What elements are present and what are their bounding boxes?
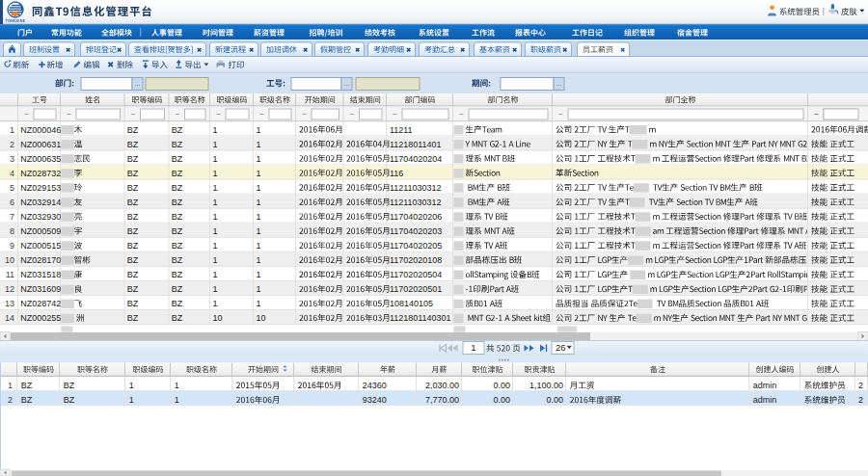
svg-text:1: 1 [175,381,179,390]
svg-text:1: 1 [213,140,218,149]
svg-text:BZ: BZ [127,226,139,236]
svg-text:1: 1 [257,154,261,164]
svg-text:11702020108: 11702020108 [390,255,442,265]
svg-text:NZ032930: NZ032930 [20,212,61,222]
svg-text:BZ: BZ [127,313,139,323]
svg-text:10: 10 [213,313,223,323]
svg-text:BZ: BZ [172,212,183,222]
svg-text:1,100.00: 1,100.00 [529,381,563,390]
svg-text:1: 1 [213,212,218,222]
svg-text:BZ: BZ [172,284,183,294]
svg-text:NZ000631: NZ000631 [20,140,61,149]
svg-text:BZ: BZ [21,395,33,405]
svg-text:NZ028170: NZ028170 [20,255,61,265]
svg-text:BZ: BZ [172,255,183,265]
svg-text:2: 2 [858,381,863,390]
svg-text:BZ: BZ [127,299,139,308]
svg-text:...: ... [556,80,562,87]
svg-text:11702020501: 11702020501 [390,284,442,294]
svg-text:1: 1 [257,241,261,251]
svg-text:~: ~ [24,110,29,119]
svg-text:11704020203: 11704020203 [390,226,442,236]
svg-text:11704020206: 11704020206 [390,212,442,222]
svg-text:11211: 11211 [390,125,413,135]
svg-text:BZ: BZ [172,270,183,279]
svg-text:11704020204: 11704020204 [390,154,442,164]
svg-text:1: 1 [213,183,218,193]
svg-text:1: 1 [471,342,475,353]
svg-text:1: 1 [257,226,261,236]
svg-text:7: 7 [10,212,14,222]
svg-text:~: ~ [814,110,819,119]
svg-text:1: 1 [257,198,261,207]
svg-text:NZ000255: NZ000255 [20,313,61,323]
svg-text:12: 12 [5,284,14,294]
svg-text:2: 2 [10,140,14,149]
svg-text:11702020504: 11702020504 [390,270,442,279]
svg-text:108140105: 108140105 [390,299,433,308]
svg-text:11211030312: 11211030312 [390,198,442,207]
svg-text:1: 1 [257,169,261,178]
svg-text:NZ000046: NZ000046 [20,125,61,135]
svg-text:11704020205: 11704020205 [390,241,442,251]
svg-text:1: 1 [213,226,218,236]
svg-text:~: ~ [302,110,307,119]
svg-text:26: 26 [556,342,566,353]
svg-text:NZ028732: NZ028732 [20,169,61,178]
svg-text:BZ: BZ [172,313,183,323]
svg-text:9: 9 [10,241,14,251]
svg-text:BZ: BZ [127,140,139,149]
svg-text:1: 1 [10,125,14,135]
svg-text:BZ: BZ [64,395,75,405]
svg-text:0.00: 0.00 [493,395,510,405]
svg-text:...: ... [135,80,141,87]
svg-text:1: 1 [129,395,134,405]
svg-text:BZ: BZ [127,169,139,178]
svg-text:1: 1 [213,255,218,265]
svg-text:BZ: BZ [21,381,33,390]
svg-text:BZ: BZ [172,169,183,178]
svg-text:admin: admin [753,381,777,390]
svg-text:1: 1 [257,125,261,135]
svg-text:13: 13 [5,299,14,308]
svg-text:NZ000515: NZ000515 [20,241,61,251]
svg-text:1: 1 [129,381,134,390]
svg-text:1: 1 [257,255,261,265]
svg-text:BZ: BZ [172,140,183,149]
svg-text:3: 3 [10,154,14,164]
svg-text:~: ~ [350,110,355,119]
svg-text:1: 1 [213,125,218,135]
svg-text:14: 14 [5,313,14,323]
svg-text:~: ~ [131,110,136,119]
svg-text:1: 1 [8,381,13,390]
svg-text:BZ: BZ [172,299,183,308]
svg-text:NZ028742: NZ028742 [20,299,61,308]
svg-text:1: 1 [213,270,218,279]
svg-text:2,030.00: 2,030.00 [425,381,459,390]
svg-text:10: 10 [257,313,266,323]
svg-text:BZ: BZ [127,183,139,193]
svg-text:NZ029153: NZ029153 [20,183,61,193]
svg-text:~: ~ [259,110,264,119]
svg-text:0.00: 0.00 [546,395,563,405]
svg-text:1: 1 [257,299,261,308]
svg-text:BZ: BZ [127,212,139,222]
svg-text:NZ031609: NZ031609 [20,284,61,294]
svg-text:1: 1 [213,198,218,207]
svg-text:admin: admin [753,395,777,405]
svg-text:24360: 24360 [363,381,387,390]
svg-text:10: 10 [5,255,14,265]
svg-text:BZ: BZ [172,226,183,236]
svg-text:BZ: BZ [127,198,139,207]
svg-text:1: 1 [213,241,218,251]
svg-text:1: 1 [213,299,218,308]
svg-text:1: 1 [213,284,218,294]
svg-text:1: 1 [257,284,261,294]
svg-text:BZ: BZ [127,125,139,135]
svg-text:~: ~ [558,110,563,119]
svg-text:2: 2 [8,395,13,405]
svg-text:8: 8 [10,226,14,236]
svg-text:5: 5 [10,183,14,193]
svg-text:1: 1 [175,395,179,405]
svg-text:1: 1 [213,154,218,164]
